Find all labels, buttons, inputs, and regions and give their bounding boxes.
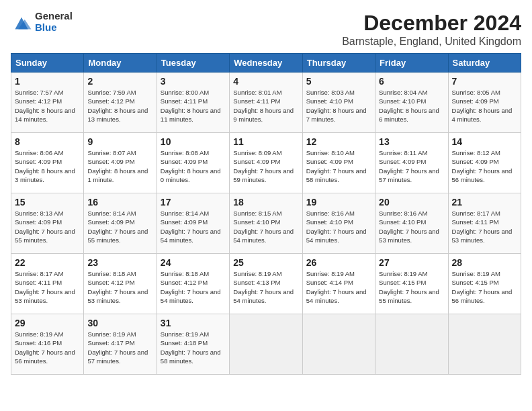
sunrise-label: Sunrise: 8:19 AM xyxy=(15,330,63,338)
day-number: 24 xyxy=(161,257,226,268)
calendar-cell: 26 Sunrise: 8:19 AM Sunset: 4:14 PM Dayl… xyxy=(302,254,375,314)
sunset-label: Sunset: 4:15 PM xyxy=(379,279,426,286)
daylight-label: Daylight: 7 hours and 58 minutes. xyxy=(161,349,221,365)
sunset-label: Sunset: 4:09 PM xyxy=(15,158,62,165)
day-number: 31 xyxy=(161,318,226,328)
day-number: 30 xyxy=(87,318,152,328)
sunrise-label: Sunrise: 8:18 AM xyxy=(87,270,136,277)
day-info: Sunrise: 8:18 AM Sunset: 4:12 PM Dayligh… xyxy=(161,269,226,305)
sunset-label: Sunset: 4:17 PM xyxy=(87,339,134,347)
sunset-label: Sunset: 4:15 PM xyxy=(452,279,499,286)
sunrise-label: Sunrise: 8:04 AM xyxy=(379,89,427,96)
sunrise-label: Sunrise: 8:03 AM xyxy=(306,89,355,96)
daylight-label: Daylight: 7 hours and 57 minutes. xyxy=(379,167,439,183)
calendar-cell: 23 Sunrise: 8:18 AM Sunset: 4:12 PM Dayl… xyxy=(84,254,157,314)
day-number: 2 xyxy=(87,76,152,87)
header-friday: Friday xyxy=(375,54,448,73)
day-info: Sunrise: 8:06 AM Sunset: 4:09 PM Dayligh… xyxy=(15,148,80,184)
daylight-label: Daylight: 7 hours and 58 minutes. xyxy=(306,167,367,183)
sunset-label: Sunset: 4:11 PM xyxy=(15,279,62,286)
calendar-cell xyxy=(448,314,521,375)
daylight-label: Daylight: 7 hours and 55 minutes. xyxy=(379,288,439,304)
sunrise-label: Sunrise: 7:59 AM xyxy=(87,89,136,96)
sunrise-label: Sunrise: 8:07 AM xyxy=(87,149,136,156)
calendar-cell xyxy=(302,314,375,375)
daylight-label: Daylight: 7 hours and 53 minutes. xyxy=(15,288,75,304)
page-header: General Blue December 2024 Barnstaple, E… xyxy=(11,11,521,48)
day-info: Sunrise: 8:19 AM Sunset: 4:17 PM Dayligh… xyxy=(87,330,152,365)
sunset-label: Sunset: 4:09 PM xyxy=(87,158,134,165)
calendar-cell: 12 Sunrise: 8:10 AM Sunset: 4:09 PM Dayl… xyxy=(302,133,375,193)
sunset-label: Sunset: 4:09 PM xyxy=(15,218,62,226)
daylight-label: Daylight: 8 hours and 11 minutes. xyxy=(161,107,221,123)
sunset-label: Sunset: 4:18 PM xyxy=(161,339,208,347)
sunrise-label: Sunrise: 8:05 AM xyxy=(452,89,500,96)
sunset-label: Sunset: 4:09 PM xyxy=(161,218,208,226)
daylight-label: Daylight: 8 hours and 3 minutes. xyxy=(15,167,75,183)
sunset-label: Sunset: 4:14 PM xyxy=(306,279,353,286)
month-title: December 2024 xyxy=(342,11,521,36)
sunset-label: Sunset: 4:11 PM xyxy=(233,97,280,105)
day-info: Sunrise: 8:14 AM Sunset: 4:09 PM Dayligh… xyxy=(87,209,152,244)
location-title: Barnstaple, England, United Kingdom xyxy=(342,36,521,48)
day-info: Sunrise: 7:59 AM Sunset: 4:12 PM Dayligh… xyxy=(87,88,152,124)
day-info: Sunrise: 8:17 AM Sunset: 4:11 PM Dayligh… xyxy=(15,269,80,305)
day-number: 9 xyxy=(87,136,152,147)
day-info: Sunrise: 8:19 AM Sunset: 4:15 PM Dayligh… xyxy=(379,269,444,305)
sunset-label: Sunset: 4:09 PM xyxy=(452,158,499,165)
day-number: 27 xyxy=(379,257,444,268)
day-number: 19 xyxy=(306,197,371,208)
daylight-label: Daylight: 8 hours and 7 minutes. xyxy=(306,107,367,123)
day-info: Sunrise: 7:57 AM Sunset: 4:12 PM Dayligh… xyxy=(15,88,80,124)
day-info: Sunrise: 8:00 AM Sunset: 4:11 PM Dayligh… xyxy=(161,88,226,124)
sunrise-label: Sunrise: 8:11 AM xyxy=(379,149,427,156)
daylight-label: Daylight: 7 hours and 54 minutes. xyxy=(306,288,367,304)
calendar-cell: 27 Sunrise: 8:19 AM Sunset: 4:15 PM Dayl… xyxy=(375,254,448,314)
sunrise-label: Sunrise: 8:06 AM xyxy=(15,149,63,156)
day-number: 7 xyxy=(452,76,517,87)
daylight-label: Daylight: 7 hours and 56 minutes. xyxy=(452,288,513,304)
weekday-header-row: Sunday Monday Tuesday Wednesday Thursday… xyxy=(11,54,521,73)
sunrise-label: Sunrise: 8:19 AM xyxy=(379,270,427,277)
calendar-cell: 29 Sunrise: 8:19 AM Sunset: 4:16 PM Dayl… xyxy=(11,314,84,375)
day-info: Sunrise: 8:03 AM Sunset: 4:10 PM Dayligh… xyxy=(306,88,371,124)
calendar-cell: 15 Sunrise: 8:13 AM Sunset: 4:09 PM Dayl… xyxy=(11,193,84,254)
sunrise-label: Sunrise: 8:10 AM xyxy=(306,149,355,156)
day-info: Sunrise: 8:05 AM Sunset: 4:09 PM Dayligh… xyxy=(452,88,517,124)
calendar-week-3: 15 Sunrise: 8:13 AM Sunset: 4:09 PM Dayl… xyxy=(11,193,521,254)
sunrise-label: Sunrise: 8:19 AM xyxy=(161,330,209,338)
sunrise-label: Sunrise: 8:16 AM xyxy=(379,210,427,217)
sunrise-label: Sunrise: 8:19 AM xyxy=(233,270,281,277)
day-info: Sunrise: 8:15 AM Sunset: 4:10 PM Dayligh… xyxy=(233,209,298,244)
sunset-label: Sunset: 4:16 PM xyxy=(15,339,62,347)
day-info: Sunrise: 8:08 AM Sunset: 4:09 PM Dayligh… xyxy=(161,148,226,184)
day-info: Sunrise: 8:19 AM Sunset: 4:13 PM Dayligh… xyxy=(233,269,298,305)
calendar-cell: 18 Sunrise: 8:15 AM Sunset: 4:10 PM Dayl… xyxy=(230,193,302,254)
day-info: Sunrise: 8:01 AM Sunset: 4:11 PM Dayligh… xyxy=(233,88,298,124)
logo-text: General Blue xyxy=(35,11,73,33)
sunset-label: Sunset: 4:09 PM xyxy=(233,158,280,165)
calendar-header: Sunday Monday Tuesday Wednesday Thursday… xyxy=(11,54,521,73)
calendar-cell: 16 Sunrise: 8:14 AM Sunset: 4:09 PM Dayl… xyxy=(84,193,157,254)
calendar-cell: 3 Sunrise: 8:00 AM Sunset: 4:11 PM Dayli… xyxy=(157,73,229,133)
sunset-label: Sunset: 4:13 PM xyxy=(233,279,280,286)
sunrise-label: Sunrise: 8:19 AM xyxy=(87,330,136,338)
calendar-cell: 17 Sunrise: 8:14 AM Sunset: 4:09 PM Dayl… xyxy=(157,193,229,254)
day-number: 12 xyxy=(306,136,371,147)
sunrise-label: Sunrise: 8:08 AM xyxy=(161,149,209,156)
sunset-label: Sunset: 4:12 PM xyxy=(87,279,134,286)
daylight-label: Daylight: 7 hours and 55 minutes. xyxy=(15,228,75,244)
day-number: 15 xyxy=(15,197,80,208)
day-number: 18 xyxy=(233,197,298,208)
calendar-week-2: 8 Sunrise: 8:06 AM Sunset: 4:09 PM Dayli… xyxy=(11,133,521,193)
calendar-cell: 8 Sunrise: 8:06 AM Sunset: 4:09 PM Dayli… xyxy=(11,133,84,193)
sunset-label: Sunset: 4:10 PM xyxy=(306,97,353,105)
daylight-label: Daylight: 8 hours and 4 minutes. xyxy=(452,107,513,123)
sunset-label: Sunset: 4:09 PM xyxy=(452,97,499,105)
sunrise-label: Sunrise: 8:15 AM xyxy=(233,210,281,217)
daylight-label: Daylight: 7 hours and 54 minutes. xyxy=(233,228,294,244)
sunrise-label: Sunrise: 8:19 AM xyxy=(306,270,355,277)
daylight-label: Daylight: 8 hours and 1 minute. xyxy=(87,167,148,183)
sunrise-label: Sunrise: 8:14 AM xyxy=(87,210,136,217)
day-info: Sunrise: 8:19 AM Sunset: 4:15 PM Dayligh… xyxy=(452,269,517,305)
